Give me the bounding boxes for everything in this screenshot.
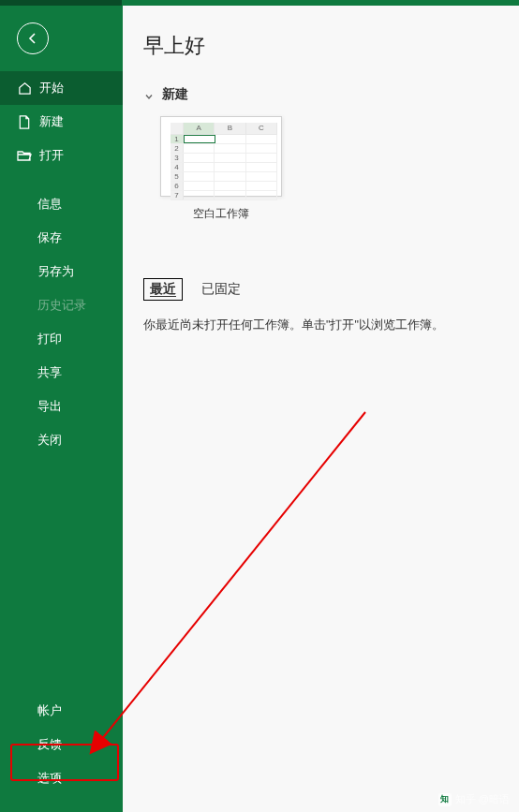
sidebar-item-options[interactable]: 选项 — [0, 761, 123, 795]
sidebar-item-export[interactable]: 导出 — [0, 390, 123, 423]
sidebar-item-label: 反馈 — [37, 736, 62, 753]
sidebar-item-history: 历史记录 — [0, 288, 123, 322]
file-icon — [17, 114, 32, 129]
folder-open-icon — [17, 148, 32, 163]
template-label: 空白工作簿 — [160, 206, 282, 222]
watermark-text: 知乎 @暗语 — [455, 792, 510, 806]
sidebar-item-feedback[interactable]: 反馈 — [0, 728, 123, 761]
sidebar-item-label: 信息 — [37, 196, 62, 213]
recent-empty-message: 你最近尚未打开任何工作簿。单击"打开"以浏览工作簿。 — [143, 316, 498, 334]
sidebar-item-share[interactable]: 共享 — [0, 356, 123, 390]
greeting-title: 早上好 — [143, 32, 498, 60]
sidebar-item-label: 另存为 — [37, 263, 74, 280]
sidebar-item-label: 选项 — [37, 770, 62, 787]
sidebar-item-close[interactable]: 关闭 — [0, 423, 123, 457]
chevron-down-icon — [143, 89, 155, 100]
sidebar-item-account[interactable]: 帐户 — [0, 694, 123, 728]
section-new-header[interactable]: 新建 — [143, 86, 498, 103]
main-content: 早上好 新建 A B C 1 2 3 4 — [123, 6, 519, 812]
tab-pinned[interactable]: 已固定 — [201, 279, 241, 300]
section-new-title: 新建 — [162, 86, 188, 103]
sidebar-item-label: 帐户 — [37, 702, 62, 719]
arrow-left-icon — [25, 31, 40, 46]
sidebar-item-label: 导出 — [37, 398, 62, 415]
watermark: 知 知乎 @暗语 — [438, 792, 510, 806]
sidebar-item-label: 共享 — [37, 364, 62, 381]
sidebar-item-label: 保存 — [37, 229, 62, 246]
sidebar-item-label: 开始 — [39, 80, 64, 96]
template-blank-workbook[interactable]: A B C 1 2 3 4 5 6 7 空白工作簿 — [160, 116, 282, 222]
template-thumbnail: A B C 1 2 3 4 5 6 7 — [160, 116, 282, 197]
sidebar-item-label: 历史记录 — [37, 297, 86, 314]
tab-recent[interactable]: 最近 — [143, 278, 183, 301]
sidebar-item-label: 关闭 — [37, 432, 62, 449]
sidebar-item-open[interactable]: 打开 — [0, 139, 123, 172]
sidebar-item-saveas[interactable]: 另存为 — [0, 255, 123, 288]
sidebar-item-label: 打印 — [37, 331, 62, 347]
sidebar-item-home[interactable]: 开始 — [0, 71, 123, 105]
backstage-sidebar: 开始 新建 打开 信息 保存 另存为 历史记录 打印 共享 导出 — [0, 6, 123, 812]
home-icon — [17, 81, 32, 96]
recent-tabs: 最近 已固定 — [143, 278, 498, 301]
sidebar-item-save[interactable]: 保存 — [0, 221, 123, 255]
sidebar-item-label: 打开 — [39, 147, 64, 164]
sidebar-item-label: 新建 — [39, 113, 64, 130]
sidebar-item-info[interactable]: 信息 — [0, 187, 123, 221]
zhihu-icon: 知 — [438, 793, 452, 806]
sidebar-item-new[interactable]: 新建 — [0, 105, 123, 139]
back-button[interactable] — [17, 22, 49, 54]
sidebar-item-print[interactable]: 打印 — [0, 322, 123, 356]
